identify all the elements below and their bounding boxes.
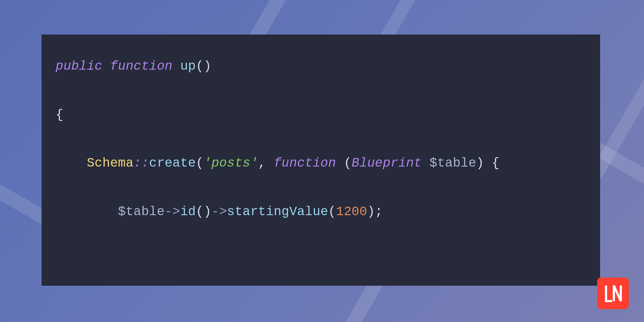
- token-paren: (: [196, 156, 204, 170]
- token-class: Schema: [87, 156, 133, 170]
- token-paren: (: [344, 156, 352, 170]
- token-indent: [56, 204, 118, 219]
- token-number: 1200: [336, 204, 367, 219]
- token-paren: ): [204, 59, 212, 73]
- token-string: 'posts': [204, 156, 258, 170]
- token-indent: [56, 156, 87, 170]
- token-semicolon: ;: [375, 204, 383, 219]
- code-block: public function up() { Schema::create('p…: [42, 35, 600, 286]
- code-line-3: Schema::create('posts', function (Bluepr…: [56, 154, 586, 172]
- ln-logo-icon: [602, 282, 624, 304]
- token-scope-op: ::: [133, 156, 149, 170]
- code-line-2: {: [56, 106, 586, 124]
- token-brace: {: [492, 156, 500, 170]
- token-brace: {: [56, 107, 64, 122]
- token-paren: ): [367, 204, 375, 219]
- token-keyword: function: [110, 59, 172, 73]
- token-paren: ): [204, 204, 212, 219]
- token-keyword: public: [56, 59, 102, 73]
- token-function-name: up: [180, 59, 196, 73]
- token-arrow: ->: [211, 204, 227, 219]
- token-space: [336, 156, 344, 170]
- code-line-4: $table->id()->startingValue(1200);: [56, 203, 586, 221]
- laravel-news-logo-badge: [597, 278, 629, 309]
- token-function-name: startingValue: [227, 204, 328, 219]
- token-function-name: create: [149, 156, 196, 170]
- token-variable: $table: [429, 156, 476, 170]
- token-paren: (: [328, 204, 336, 219]
- token-paren: ): [476, 156, 484, 170]
- token-keyword: function: [274, 156, 336, 170]
- token-arrow: ->: [165, 204, 180, 219]
- token-function-name: id: [180, 204, 196, 219]
- token-paren: (: [196, 59, 204, 73]
- token-comma: ,: [258, 156, 274, 170]
- token-type: Blueprint: [352, 156, 422, 170]
- token-paren: (: [196, 204, 204, 219]
- token-variable: $table: [118, 204, 165, 219]
- code-line-1: public function up(): [56, 57, 586, 76]
- token-space: [422, 156, 430, 170]
- token-space: [484, 156, 492, 170]
